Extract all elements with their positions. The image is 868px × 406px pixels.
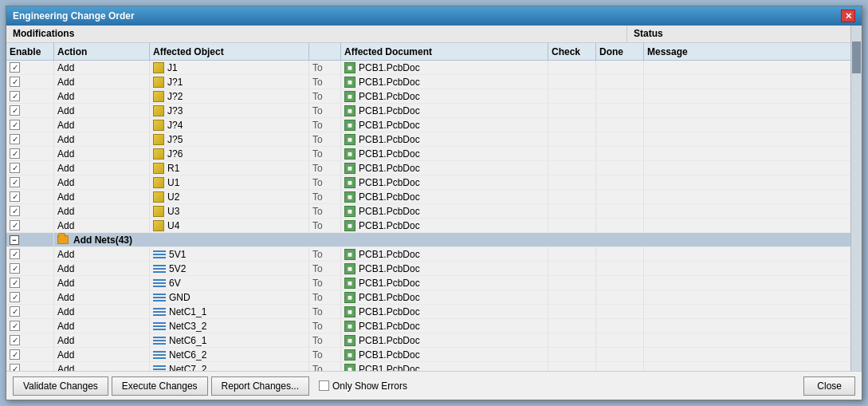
doc-name: PCB1.PcbDoc — [359, 120, 420, 131]
pcb-doc-icon: ▦ — [344, 120, 355, 131]
to-cell: To — [309, 305, 341, 318]
enable-checkbox[interactable] — [10, 134, 20, 144]
action-cell: Add — [54, 190, 150, 203]
doc-name: PCB1.PcbDoc — [359, 77, 420, 88]
enable-checkbox[interactable] — [10, 306, 20, 317]
action-cell: Add — [54, 61, 150, 74]
table-row: AddU4To▦PCB1.PcbDoc — [6, 219, 850, 233]
execute-changes-button[interactable]: Execute Changes — [112, 376, 208, 396]
affected-doc-cell: ▦PCB1.PcbDoc — [341, 161, 548, 175]
doc-name: PCB1.PcbDoc — [359, 105, 420, 116]
close-button[interactable]: Close — [803, 376, 855, 396]
col-header-affected-document: Affected Document — [341, 43, 548, 60]
action-cell: Add — [54, 305, 150, 318]
done-cell — [596, 276, 644, 290]
enable-cell — [6, 290, 54, 304]
enable-checkbox[interactable] — [10, 249, 20, 259]
group-row-add-nets[interactable]: −Add Nets(43) — [6, 233, 850, 247]
message-cell — [644, 204, 850, 218]
affected-obj-cell: U1 — [150, 175, 309, 189]
to-cell: To — [309, 247, 341, 261]
action-cell: Add — [54, 319, 150, 333]
status-section-header: Status — [627, 26, 850, 42]
enable-checkbox[interactable] — [10, 349, 20, 360]
enable-checkbox[interactable] — [10, 220, 20, 231]
enable-cell — [6, 262, 54, 275]
net-icon — [153, 308, 166, 316]
component-icon — [153, 134, 164, 145]
enable-checkbox[interactable] — [10, 163, 20, 173]
affected-obj-cell: U3 — [150, 204, 309, 218]
enable-checkbox[interactable] — [10, 62, 20, 73]
enable-checkbox[interactable] — [10, 321, 20, 331]
table-row: AddGNDTo▦PCB1.PcbDoc — [6, 290, 850, 305]
check-cell — [548, 247, 596, 261]
check-cell — [548, 147, 596, 160]
validate-changes-button[interactable]: Validate Changes — [13, 376, 108, 396]
table-row: AddNetC3_2To▦PCB1.PcbDoc — [6, 319, 850, 333]
group-expand-button[interactable]: − — [10, 235, 19, 245]
message-cell — [644, 175, 850, 189]
enable-checkbox[interactable] — [10, 292, 20, 302]
col-header-check: Check — [548, 43, 596, 60]
action-cell: Add — [54, 75, 150, 89]
obj-name: J?6 — [167, 148, 183, 160]
obj-name: NetC3_2 — [169, 321, 206, 332]
component-icon — [153, 105, 164, 116]
only-show-errors-label[interactable]: Only Show Errors — [319, 380, 407, 392]
doc-name: PCB1.PcbDoc — [359, 249, 420, 260]
affected-doc-cell: ▦PCB1.PcbDoc — [341, 247, 548, 261]
done-cell — [596, 161, 644, 175]
done-cell — [596, 89, 644, 103]
enable-cell — [6, 175, 54, 189]
obj-name: J?5 — [167, 134, 183, 145]
enable-cell — [6, 319, 54, 333]
pcb-doc-icon: ▦ — [344, 335, 355, 346]
affected-doc-cell: ▦PCB1.PcbDoc — [341, 75, 548, 89]
enable-checkbox[interactable] — [10, 177, 20, 187]
done-cell — [596, 290, 644, 304]
enable-checkbox[interactable] — [10, 77, 20, 87]
done-cell — [596, 132, 644, 146]
obj-name: R1 — [167, 163, 179, 174]
done-cell — [596, 319, 644, 333]
table-row: AddJ?1To▦PCB1.PcbDoc — [6, 75, 850, 89]
doc-name: PCB1.PcbDoc — [359, 278, 420, 289]
component-icon — [153, 120, 164, 131]
table-row: AddNetC1_1To▦PCB1.PcbDoc — [6, 305, 850, 319]
enable-checkbox[interactable] — [10, 191, 20, 202]
window-close-button[interactable]: ✕ — [841, 10, 855, 22]
enable-cell — [6, 276, 54, 290]
enable-checkbox[interactable] — [10, 335, 20, 345]
table-row: AddNetC6_1To▦PCB1.PcbDoc — [6, 333, 850, 348]
enable-checkbox[interactable] — [10, 148, 20, 159]
enable-checkbox[interactable] — [10, 105, 20, 116]
title-bar: Engineering Change Order ✕ — [6, 6, 862, 26]
only-show-errors-text: Only Show Errors — [332, 380, 407, 392]
only-show-errors-checkbox[interactable] — [319, 380, 329, 391]
obj-name: U3 — [167, 206, 179, 217]
check-cell — [548, 118, 596, 132]
doc-name: PCB1.PcbDoc — [359, 335, 420, 346]
table-row: AddJ?5To▦PCB1.PcbDoc — [6, 132, 850, 147]
table-row: AddJ?4To▦PCB1.PcbDoc — [6, 118, 850, 132]
doc-name: PCB1.PcbDoc — [359, 62, 420, 73]
enable-checkbox[interactable] — [10, 120, 20, 130]
col-header-message: Message — [644, 43, 850, 60]
enable-checkbox[interactable] — [10, 263, 20, 274]
net-icon — [153, 265, 166, 273]
check-cell — [548, 362, 596, 371]
enable-cell — [6, 190, 54, 203]
scrollbar-thumb[interactable] — [852, 41, 861, 73]
enable-checkbox[interactable] — [10, 206, 20, 216]
scrollbar[interactable] — [850, 26, 862, 371]
report-changes-button[interactable]: Report Changes... — [211, 376, 309, 396]
content-area: Modifications Status Enable Action Affec… — [6, 26, 862, 371]
check-cell — [548, 132, 596, 146]
enable-checkbox[interactable] — [10, 278, 20, 288]
action-cell: Add — [54, 104, 150, 117]
enable-checkbox[interactable] — [10, 91, 20, 101]
pcb-doc-icon: ▦ — [344, 134, 355, 145]
table-row: Add6VTo▦PCB1.PcbDoc — [6, 276, 850, 290]
enable-checkbox[interactable] — [10, 364, 20, 371]
